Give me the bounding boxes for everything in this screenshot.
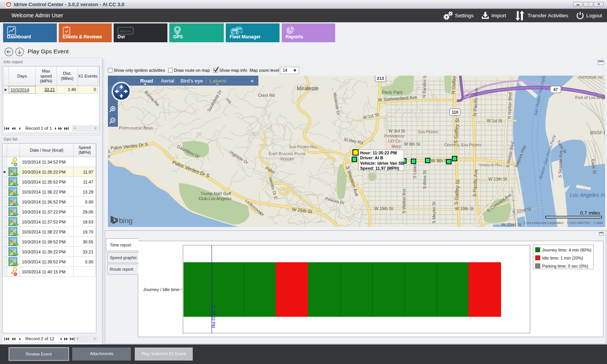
svg-text:N Harbor Blvd: N Harbor Blvd	[507, 93, 512, 119]
svg-text:Hour: 11:35:22 PM: Hour: 11:35:22 PM	[360, 151, 397, 155]
svg-text:Vehicle: idrive Van SB: Vehicle: idrive Van SB	[360, 161, 404, 165]
svg-text:47: 47	[553, 87, 558, 92]
svg-text:Bird's eye: Bird's eye	[180, 78, 203, 84]
svg-text:«: «	[251, 78, 254, 84]
svg-text:W 19th St: W 19th St	[374, 206, 393, 211]
svg-text:Lit'l Co: Lit'l Co	[388, 139, 400, 143]
svg-text:Driver: Al B: Driver: Al B	[360, 156, 383, 160]
svg-text:Crest Rd: Crest Rd	[258, 93, 275, 98]
svg-text:CENTRAL SAN PEDRO: CENTRAL SAN PEDRO	[444, 143, 481, 147]
svg-text:Miraleste: Miraleste	[297, 85, 319, 91]
svg-text:W 3rd St: W 3rd St	[389, 129, 405, 133]
svg-text:MERGE: MERGE	[120, 30, 131, 33]
svg-text:Mary: Mary	[392, 144, 401, 149]
svg-text:Terminal Isl: Terminal Isl	[577, 76, 603, 80]
svg-text:Trump Nat'l Golf: Trump Nat'l Golf	[200, 191, 231, 196]
svg-text:PORTUGUESE BEND: PORTUGUESE BEND	[119, 126, 153, 130]
svg-text:N Bandini St: N Bandini St	[422, 76, 427, 98]
svg-text:S Seaside Ave: S Seaside Ave	[557, 150, 563, 178]
svg-text:W 22nd St: W 22nd St	[501, 222, 521, 227]
svg-text:VINEGAR HILL: VINEGAR HILL	[479, 163, 503, 167]
svg-text:SAN PEDRO HILL: SAN PEDRO HILL	[289, 145, 318, 149]
svg-text:Speed: 11.97 (MPH): Speed: 11.97 (MPH)	[360, 166, 399, 170]
svg-text:VERDES: VERDES	[280, 157, 294, 161]
svg-text:W 6th St: W 6th St	[404, 142, 420, 146]
svg-text:110: 110	[452, 110, 458, 114]
svg-text:bing: bing	[119, 217, 132, 225]
svg-text:W 9th St: W 9th St	[431, 158, 449, 164]
svg-text:BNSF-Port: BNSF-Port	[590, 130, 605, 136]
svg-text:Aerial: Aerial	[161, 78, 174, 84]
svg-text:W 13th St: W 13th St	[488, 177, 507, 181]
svg-text:© 2014 Microsoft Corporation: © 2014 Microsoft Corporation © 2010 NAVT…	[523, 221, 603, 225]
svg-text:Club-Los Angelas: Club-Los Angelas	[198, 196, 232, 201]
svg-text:W 1st St: W 1st St	[487, 118, 502, 123]
svg-text:213: 213	[377, 76, 384, 81]
svg-text:Los Angeles Harb: Los Angeles Harb	[570, 192, 605, 198]
svg-text:EAST RANCHO PALOS: EAST RANCHO PALOS	[269, 152, 306, 156]
svg-text:Providence: Providence	[384, 134, 405, 138]
svg-text:S Alma St: S Alma St	[422, 170, 427, 189]
svg-text:SAN PEDRO: SAN PEDRO	[418, 130, 438, 134]
svg-text:0.7 miles: 0.7 miles	[580, 210, 600, 216]
svg-text:Labels: Labels	[209, 78, 226, 84]
svg-text:Peck Park: Peck Park	[382, 90, 403, 95]
svg-text:S Leland: S Leland	[412, 162, 417, 179]
svg-text:Road: Road	[140, 78, 153, 84]
svg-text:S Walker Ave: S Walker Ave	[402, 189, 406, 213]
svg-text:W 19th St: W 19th St	[455, 206, 473, 211]
svg-text:Port of Los Angel: Port of Los Angel	[575, 95, 605, 100]
svg-text:S Meyler St: S Meyler St	[432, 202, 436, 223]
